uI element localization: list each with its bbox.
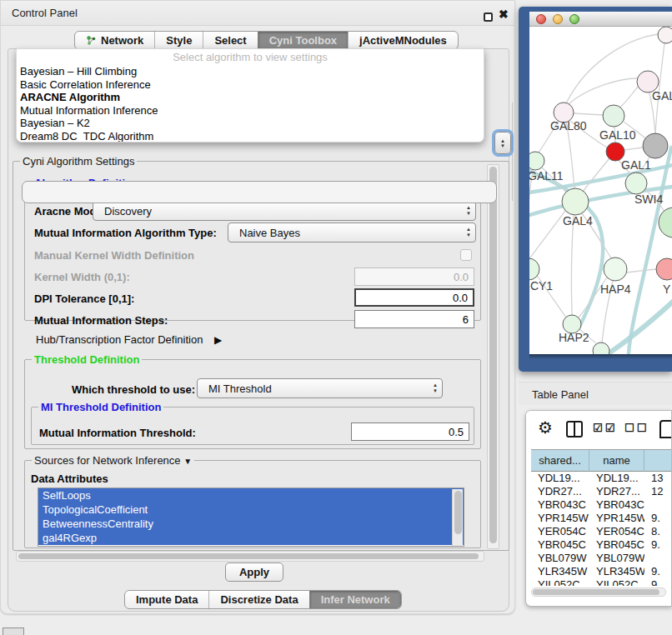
apply-button[interactable]: Apply bbox=[225, 562, 283, 582]
network-node-gal4[interactable] bbox=[562, 188, 589, 215]
network-icon bbox=[86, 35, 97, 46]
float-panel-icon[interactable] bbox=[484, 12, 493, 22]
table-row[interactable]: YLR345WYLR345W9. bbox=[531, 565, 672, 578]
mi-threshold-group-title: MI Threshold Definition bbox=[38, 401, 163, 413]
scrollbar-thumb[interactable] bbox=[18, 553, 479, 559]
table-row[interactable]: YDR27...YDR27...12 bbox=[531, 485, 672, 498]
settings-horizontal-scrollbar[interactable] bbox=[16, 551, 484, 562]
threshold-definition-title: Threshold Definition bbox=[32, 353, 142, 366]
network-node-gal1[interactable] bbox=[625, 172, 647, 194]
data-attributes-list[interactable]: SelfLoopsTopologicalCoefficientBetweenne… bbox=[38, 488, 464, 547]
dock-mini-icon[interactable] bbox=[3, 628, 24, 635]
node-table: shared...nameYDL19...YDL19...13YDR27...Y… bbox=[531, 449, 672, 586]
split-columns-icon[interactable] bbox=[566, 421, 583, 438]
chevron-down-icon: ▼ bbox=[183, 457, 192, 466]
column-header-shared[interactable]: shared... bbox=[531, 450, 589, 472]
minimize-window-icon[interactable] bbox=[553, 14, 563, 24]
close-panel-icon[interactable]: ✖ bbox=[499, 8, 509, 21]
table-row[interactable]: YBR045CYBR045C9. bbox=[531, 538, 672, 552]
which-threshold-label: Which threshold to use: bbox=[72, 383, 195, 396]
sources-title-text: Sources for Network Inference bbox=[34, 454, 181, 467]
dropdown-item-mutual-information-inference[interactable]: Mutual Information Inference bbox=[17, 104, 484, 118]
table-cell: YDL19... bbox=[589, 472, 644, 485]
kernel-width-field[interactable] bbox=[354, 268, 474, 286]
table-row[interactable]: YPR145WYPR145W9. bbox=[531, 512, 672, 525]
close-window-icon[interactable] bbox=[536, 14, 546, 24]
dropdown-item-dream8-dc-tdc-algorithm[interactable]: Dream8 DC_TDC Algorithm bbox=[17, 130, 484, 142]
table-row[interactable]: YBL079WYBL079W bbox=[531, 552, 672, 565]
settings-vertical-scrollbar[interactable] bbox=[487, 164, 499, 549]
scrollbar-thumb[interactable] bbox=[454, 491, 462, 534]
table-row[interactable]: YBR043CYBR043C bbox=[531, 498, 672, 512]
tab-style[interactable]: Style bbox=[154, 32, 203, 49]
scrollbar-thumb[interactable] bbox=[533, 589, 659, 595]
bottom-tab-infer-network[interactable]: Infer Network bbox=[309, 591, 401, 608]
stepper-icon: ▲▼ bbox=[433, 382, 438, 394]
manual-kernel-checkbox[interactable] bbox=[460, 249, 472, 261]
mi-steps-field[interactable] bbox=[354, 310, 474, 328]
network-node-gal10[interactable] bbox=[603, 105, 624, 127]
hidden-network-combo[interactable] bbox=[22, 181, 497, 203]
network-edge bbox=[529, 211, 565, 261]
bottom-tab-impute-data[interactable]: Impute Data bbox=[125, 591, 208, 608]
table-horizontal-scrollbar[interactable] bbox=[531, 588, 666, 597]
attribute-gal4rgexp[interactable]: gal4RGexp bbox=[38, 531, 464, 545]
table-cell: YPR145W bbox=[589, 512, 644, 525]
dropdown-item-aracne-algorithm[interactable]: ARACNE Algorithm bbox=[17, 91, 484, 104]
bottom-tab-discretize-data[interactable]: Discretize Data bbox=[208, 591, 308, 608]
table-cell: YER054C bbox=[531, 525, 589, 538]
panel-title: Control Panel bbox=[12, 7, 78, 19]
sources-group-title[interactable]: Sources for Network Inference ▼ bbox=[32, 454, 194, 467]
deselect-all-checkboxes-icon[interactable]: ☐☐ bbox=[624, 422, 649, 434]
which-threshold-combo[interactable]: MI Threshold ▲▼ bbox=[197, 378, 443, 398]
mi-threshold-field[interactable] bbox=[351, 422, 469, 441]
table-panel-window: ⚙ ☑☑ ☐☐ shared...nameYDL19...YDL19...13Y… bbox=[525, 410, 672, 607]
network-node[interactable] bbox=[658, 27, 672, 43]
network-node-gal11[interactable] bbox=[529, 152, 544, 170]
column-header-name[interactable]: name bbox=[589, 450, 644, 472]
node-label-gal1: GAL1 bbox=[621, 158, 651, 172]
network-edge bbox=[619, 87, 638, 108]
data-attributes-label: Data Attributes bbox=[31, 472, 108, 485]
hub-definition-toggle[interactable]: Hub/Transcription Factor Definition ▶ bbox=[36, 333, 222, 346]
network-node-hap4[interactable] bbox=[604, 258, 627, 281]
tab-select[interactable]: Select bbox=[203, 32, 257, 49]
scrollbar-thumb[interactable] bbox=[489, 167, 497, 543]
network-node-swi4[interactable] bbox=[659, 208, 672, 238]
dropdown-item-bayesian-k2[interactable]: Bayesian – K2 bbox=[17, 117, 484, 130]
attribute-betweennesscentrality[interactable]: BetweennessCentrality bbox=[38, 517, 464, 531]
table-cell: YIL052C bbox=[589, 578, 644, 586]
select-all-checkboxes-icon[interactable]: ☑☑ bbox=[593, 422, 617, 434]
table-row[interactable]: YIL052CYIL052C9. bbox=[531, 578, 672, 586]
tab-jactivemnodules[interactable]: jActiveMNodules bbox=[348, 32, 458, 49]
network-node[interactable] bbox=[593, 342, 609, 354]
network-view-window: GALGAL80GAL10GAL1GAL11GAL4SWI4GCY1HAP4YH… bbox=[519, 7, 672, 372]
network-node[interactable] bbox=[643, 133, 668, 158]
dpi-tolerance-field[interactable] bbox=[354, 288, 474, 307]
hidden-combo-stepper[interactable]: ▲▼ bbox=[494, 132, 511, 154]
tab-network[interactable]: Network bbox=[75, 32, 154, 49]
tab-network-label: Network bbox=[101, 34, 143, 47]
table-panel-title: Table Panel bbox=[532, 388, 589, 401]
mi-type-combo[interactable]: Naive Bayes ▲▼ bbox=[228, 222, 476, 242]
dropdown-item-bayesian-hill-climbing[interactable]: Bayesian – Hill Climbing bbox=[17, 65, 484, 78]
table-row[interactable]: YDL19...YDL19...13 bbox=[531, 472, 672, 485]
attribute-topologicalcoefficient[interactable]: TopologicalCoefficient bbox=[38, 502, 464, 517]
network-node-y[interactable] bbox=[656, 258, 672, 280]
table-cell: 9. bbox=[644, 538, 672, 552]
aracne-mode-combo[interactable]: Discovery ▲▼ bbox=[93, 201, 476, 221]
column-header-2[interactable] bbox=[644, 450, 672, 472]
dropdown-item-list: Bayesian – Hill ClimbingBasic Correlatio… bbox=[17, 65, 484, 142]
import-table-icon[interactable] bbox=[659, 420, 672, 438]
zoom-window-icon[interactable] bbox=[569, 14, 579, 24]
table-row[interactable]: YER054CYER054C8. bbox=[531, 525, 672, 538]
network-window-titlebar[interactable] bbox=[529, 12, 672, 27]
gear-icon[interactable]: ⚙ bbox=[538, 418, 553, 438]
attributes-scrollbar[interactable] bbox=[452, 489, 463, 547]
dropdown-item-basic-correlation-inference[interactable]: Basic Correlation Inference bbox=[17, 78, 484, 92]
tab-cyni-toolbox[interactable]: Cyni Toolbox bbox=[258, 32, 348, 49]
network-canvas[interactable]: GALGAL80GAL10GAL1GAL11GAL4SWI4GCY1HAP4YH… bbox=[529, 27, 672, 354]
network-edge bbox=[609, 302, 672, 353]
attribute-selfloops[interactable]: SelfLoops bbox=[38, 488, 464, 502]
table-cell: YLR345W bbox=[589, 565, 644, 578]
